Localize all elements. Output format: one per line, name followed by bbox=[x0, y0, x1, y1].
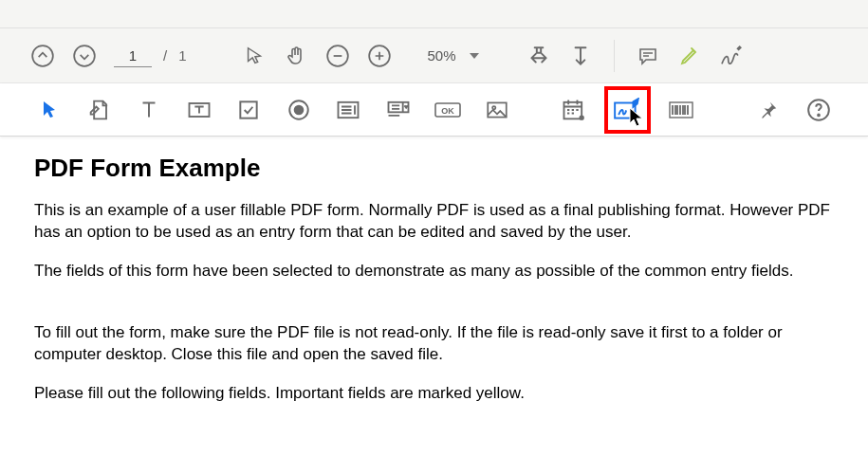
svg-point-7 bbox=[294, 105, 303, 114]
pin-toolbar-button[interactable] bbox=[749, 90, 787, 130]
page-down-button[interactable] bbox=[66, 38, 102, 74]
svg-point-19 bbox=[818, 114, 820, 116]
checkbox-field-button[interactable] bbox=[230, 90, 268, 130]
fit-page-button[interactable] bbox=[563, 38, 599, 74]
page-separator: / bbox=[157, 47, 173, 64]
svg-rect-5 bbox=[240, 101, 256, 118]
date-field-button[interactable] bbox=[555, 90, 593, 130]
svg-text:OK: OK bbox=[441, 106, 454, 116]
main-toolbar: / 1 50% bbox=[0, 28, 868, 83]
document-paragraph: To fill out the form, make sure the PDF … bbox=[34, 322, 834, 366]
zoom-level-value: 50% bbox=[428, 47, 456, 64]
page-number-input[interactable] bbox=[114, 45, 152, 67]
page-total: 1 bbox=[178, 47, 197, 64]
radio-field-button[interactable] bbox=[279, 90, 317, 130]
chevron-down-icon bbox=[470, 53, 479, 59]
text-field-button[interactable] bbox=[130, 90, 168, 130]
image-field-button[interactable] bbox=[478, 90, 516, 130]
fit-width-button[interactable] bbox=[521, 38, 557, 74]
zoom-out-button[interactable] bbox=[320, 38, 356, 74]
select-tool-button[interactable] bbox=[236, 38, 272, 74]
button-field-button[interactable]: OK bbox=[429, 90, 467, 130]
highlight-button[interactable] bbox=[672, 38, 708, 74]
document-paragraph: Please fill out the following fields. Im… bbox=[34, 383, 834, 405]
svg-point-0 bbox=[32, 46, 53, 66]
zoom-level-select[interactable]: 50% bbox=[424, 47, 483, 64]
edit-form-button[interactable] bbox=[80, 90, 118, 130]
toolbar-divider bbox=[614, 40, 615, 72]
pointer-tool-button[interactable] bbox=[30, 90, 68, 130]
menubar-strip bbox=[0, 0, 868, 28]
sign-button[interactable] bbox=[713, 38, 749, 74]
text-box-button[interactable] bbox=[179, 90, 217, 130]
document-page: PDF Form Example This is an example of a… bbox=[0, 137, 868, 439]
document-paragraph: The fields of this form have been select… bbox=[34, 261, 834, 283]
page-up-button[interactable] bbox=[25, 38, 61, 74]
svg-rect-16 bbox=[616, 102, 636, 118]
barcode-field-button[interactable] bbox=[662, 90, 700, 130]
hand-tool-button[interactable] bbox=[278, 38, 314, 74]
document-title: PDF Form Example bbox=[34, 154, 834, 183]
zoom-in-button[interactable] bbox=[361, 38, 397, 74]
document-paragraph: This is an example of a user fillable PD… bbox=[34, 200, 834, 244]
svg-point-15 bbox=[580, 116, 583, 119]
listbox-field-button[interactable] bbox=[329, 90, 367, 130]
comment-button[interactable] bbox=[630, 38, 666, 74]
svg-point-1 bbox=[74, 46, 95, 66]
combobox-field-button[interactable] bbox=[379, 90, 416, 130]
signature-field-button-highlighted[interactable] bbox=[604, 86, 650, 134]
help-button[interactable] bbox=[800, 90, 838, 130]
forms-toolbar: OK bbox=[0, 83, 868, 137]
